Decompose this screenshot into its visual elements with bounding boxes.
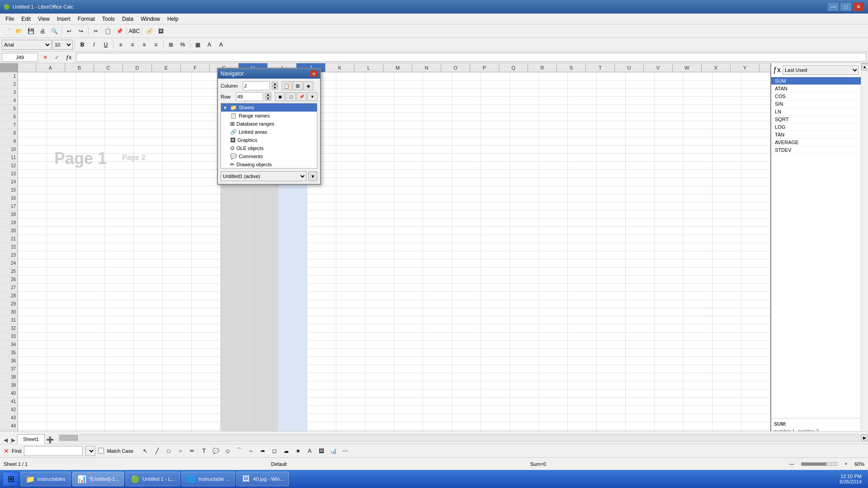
cell-r26-c20[interactable] [597,276,626,284]
cell-r41-c22[interactable] [655,398,684,406]
cell-r29-c22[interactable] [655,300,684,308]
cell-r34-c8[interactable] [250,341,278,349]
cell-r29-c9[interactable] [278,300,307,308]
cell-r33-c24[interactable] [712,333,741,341]
cell-r17-c23[interactable] [684,202,712,211]
cell-r15-c21[interactable] [626,186,655,194]
func-item-AVERAGE[interactable]: AVERAGE [771,139,861,146]
cell-r43-c2[interactable] [76,414,105,422]
cell-r42-c9[interactable] [278,406,307,414]
cell-r9-c16[interactable] [481,137,510,145]
cell-r30-c5[interactable] [163,308,192,316]
cell-r12-c4[interactable] [134,162,163,170]
cell-r30-c24[interactable] [712,308,741,316]
cell-r38-c14[interactable] [423,373,452,381]
cell-r3-c24[interactable] [712,89,741,97]
font-size-select[interactable]: 10 [52,40,73,50]
cell-r9-c18[interactable] [539,137,568,145]
row-num-31[interactable]: 31 [0,316,18,324]
cell-r30-c13[interactable] [394,308,423,316]
cell-r3-c3[interactable] [105,89,134,97]
cell-r29-c14[interactable] [423,300,452,308]
cell-r31-c20[interactable] [597,316,626,324]
cell-r41-c3[interactable] [105,398,134,406]
cell-r6-c16[interactable] [481,113,510,121]
cell-r16-c21[interactable] [626,194,655,202]
cell-r4-c18[interactable] [539,97,568,105]
cell-r26-c24[interactable] [712,276,741,284]
cell-r22-c3[interactable] [105,243,134,251]
cell-r12-c17[interactable] [510,162,539,170]
cell-r27-c20[interactable] [597,284,626,292]
cell-r12-c25[interactable] [741,162,770,170]
row-num-41[interactable]: 41 [0,398,18,406]
cell-r10-c16[interactable] [481,145,510,154]
cell-r39-c16[interactable] [481,381,510,389]
cell-r29-c13[interactable] [394,300,423,308]
cell-r19-c5[interactable] [163,219,192,227]
cell-r28-c14[interactable] [423,292,452,300]
cell-r23-c9[interactable] [278,251,307,259]
cell-r24-c23[interactable] [684,259,712,267]
cell-r38-c9[interactable] [278,373,307,381]
cell-r1-c23[interactable] [684,72,712,80]
cell-r7-c3[interactable] [105,121,134,129]
cell-r22-c24[interactable] [712,243,741,251]
cell-r1-c18[interactable] [539,72,568,80]
cell-r44-c14[interactable] [423,422,452,430]
cell-r6-c15[interactable] [452,113,481,121]
cell-r31-c24[interactable] [712,316,741,324]
cell-r27-c24[interactable] [712,284,741,292]
cell-r32-c14[interactable] [423,324,452,333]
cell-r19-c17[interactable] [510,219,539,227]
cell-r14-c11[interactable] [336,178,365,186]
col-header-Z[interactable]: Z [760,63,770,72]
cell-r44-c7[interactable] [221,422,250,430]
cell-r6-c13[interactable] [394,113,423,121]
cell-r36-c10[interactable] [307,357,336,365]
cell-r7-c21[interactable] [626,121,655,129]
cell-r22-c5[interactable] [163,243,192,251]
cell-r18-c23[interactable] [684,211,712,219]
cell-r22-c23[interactable] [684,243,712,251]
col-header-M[interactable]: M [383,63,412,72]
cell-r43-c9[interactable] [278,414,307,422]
col-header-S[interactable]: S [557,63,586,72]
cell-r36-c18[interactable] [539,357,568,365]
cell-r25-c16[interactable] [481,267,510,276]
sheet-tab-Sheet1[interactable]: Sheet1 [17,434,45,444]
cell-r14-c24[interactable] [712,178,741,186]
cell-r19-c20[interactable] [597,219,626,227]
cell-r16-c9[interactable] [278,194,307,202]
cell-r42-c8[interactable] [250,406,278,414]
col-header-R[interactable]: R [528,63,557,72]
close-button[interactable]: ✕ [853,2,864,11]
cell-r24-c6[interactable] [192,259,221,267]
cell-r25-c9[interactable] [278,267,307,276]
cell-r21-c0[interactable] [18,235,47,243]
cell-r1-c13[interactable] [394,72,423,80]
cell-r24-c17[interactable] [510,259,539,267]
cell-r30-c11[interactable] [336,308,365,316]
row-num-4[interactable]: 4 [0,97,18,105]
cell-r30-c12[interactable] [365,308,394,316]
cell-r43-c10[interactable] [307,414,336,422]
cell-r23-c20[interactable] [597,251,626,259]
cell-r22-c1[interactable] [47,243,76,251]
cell-r44-c16[interactable] [481,422,510,430]
cell-r14-c4[interactable] [134,178,163,186]
cell-r16-c8[interactable] [250,194,278,202]
cell-r29-c10[interactable] [307,300,336,308]
cell-r37-c24[interactable] [712,365,741,373]
cell-r24-c8[interactable] [250,259,278,267]
cell-r28-c21[interactable] [626,292,655,300]
cell-r8-c6[interactable] [192,129,221,137]
cell-r34-c6[interactable] [192,341,221,349]
draw-block-arrows-button[interactable]: ➡ [257,446,268,456]
cell-r27-c14[interactable] [423,284,452,292]
cell-r40-c25[interactable] [741,389,770,398]
cell-r20-c22[interactable] [655,227,684,235]
cell-r6-c22[interactable] [655,113,684,121]
zoom-out-button[interactable]: — [789,461,794,466]
cell-r13-c1[interactable] [47,170,76,178]
